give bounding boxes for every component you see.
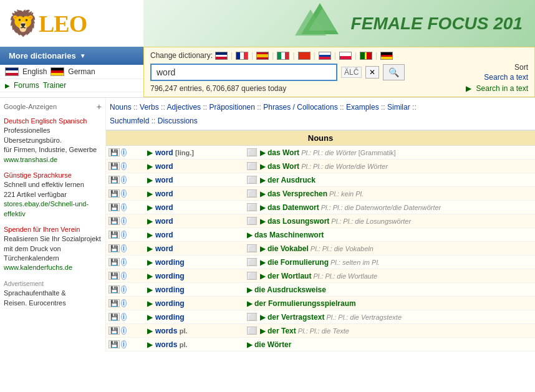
info-icon[interactable]: i [121, 340, 127, 348]
info-icon[interactable]: i [121, 244, 127, 252]
tab-phrases[interactable]: Phrases / Collocations [263, 103, 337, 112]
play-en-icon[interactable]: ▶ [147, 299, 153, 308]
info-icon[interactable]: i [121, 231, 127, 239]
tab-adjectives[interactable]: Adjectives [166, 103, 201, 112]
save-icon[interactable]: 💾 [108, 327, 120, 335]
play-en-icon[interactable]: ▶ [147, 340, 153, 349]
clear-input-button[interactable]: ✕ [365, 66, 379, 79]
play-de-icon[interactable]: ▶ [260, 217, 266, 226]
copy-icon[interactable]: ⬜ [247, 258, 257, 266]
ad3-link[interactable]: Spenden für Ihren Verein [4, 226, 80, 233]
search-a-text-link[interactable]: Search a text [484, 73, 528, 82]
more-dictionaries-button[interactable]: More dictionaries ▼ [0, 47, 143, 65]
tab-discussions[interactable]: Discussions [158, 117, 198, 125]
info-icon[interactable]: i [121, 162, 127, 170]
play-de-icon[interactable]: ▶ [260, 244, 266, 253]
play-de-icon[interactable]: ▶ [247, 285, 253, 294]
play-en-icon[interactable]: ▶ [147, 176, 153, 184]
tab-similar[interactable]: Similar [387, 103, 410, 112]
copy-icon[interactable]: ⬜ [247, 162, 257, 170]
play-de-icon[interactable]: ▶ [260, 162, 266, 171]
ad2-url[interactable]: stores.ebay.de/Schnell-und-effektiv [4, 200, 89, 217]
copy-icon[interactable]: ⬜ [247, 176, 257, 184]
copy-icon[interactable]: ⬜ [247, 244, 257, 252]
copy-icon[interactable]: ⬜ [247, 313, 257, 321]
copy-icon[interactable]: ⬜ [247, 217, 257, 225]
info-icon[interactable]: i [121, 189, 127, 198]
search-input[interactable] [150, 64, 337, 81]
play-de-icon[interactable]: ▶ [260, 327, 266, 335]
play-en-icon[interactable]: ▶ [147, 231, 153, 239]
play-en-icon[interactable]: ▶ [147, 258, 153, 267]
play-en-icon[interactable]: ▶ [147, 162, 153, 171]
ad1-url[interactable]: www.transhasi.de [4, 156, 57, 163]
sort-link[interactable]: Sort [514, 63, 528, 72]
save-icon[interactable]: 💾 [108, 285, 120, 294]
play-de-icon[interactable]: ▶ [247, 299, 253, 308]
info-icon[interactable]: i [121, 217, 127, 225]
copy-icon[interactable]: ⬜ [247, 148, 257, 156]
ad3-url[interactable]: www.kalenderfuchs.de [4, 264, 72, 271]
info-icon[interactable]: i [121, 299, 127, 307]
advertisement-label: Advertisement [4, 280, 44, 287]
copy-icon[interactable]: ⬜ [247, 327, 257, 335]
save-icon[interactable]: 💾 [108, 217, 120, 225]
play-de-icon[interactable]: ▶ [260, 313, 266, 322]
info-icon[interactable]: i [121, 327, 127, 335]
play-de-icon[interactable]: ▶ [260, 272, 266, 280]
info-icon[interactable]: i [121, 313, 127, 321]
add-icon[interactable]: + [97, 102, 102, 112]
save-icon[interactable]: 💾 [108, 244, 120, 252]
play-en-icon[interactable]: ▶ [147, 272, 153, 280]
save-icon[interactable]: 💾 [108, 148, 120, 156]
info-icon[interactable]: i [121, 285, 127, 294]
save-icon[interactable]: 💾 [108, 176, 120, 184]
save-icon[interactable]: 💾 [108, 203, 120, 211]
info-icon[interactable]: i [121, 203, 127, 211]
play-en-icon[interactable]: ▶ [147, 217, 153, 226]
copy-icon[interactable]: ⬜ [247, 189, 257, 198]
ad2-link[interactable]: Günstige Sprachkurse [4, 171, 72, 179]
copy-icon[interactable]: ⬜ [247, 203, 257, 211]
play-de-icon[interactable]: ▶ [260, 148, 266, 157]
play-de-icon[interactable]: ▶ [247, 231, 253, 239]
save-icon[interactable]: 💾 [108, 272, 120, 280]
german-link[interactable]: German [68, 67, 95, 76]
tab-nouns[interactable]: Nouns [110, 103, 132, 112]
save-icon[interactable]: 💾 [108, 189, 120, 198]
play-de-icon[interactable]: ▶ [260, 203, 266, 212]
tab-praepositionen[interactable]: Präpositionen [209, 103, 254, 112]
play-en-icon[interactable]: ▶ [147, 148, 153, 157]
save-icon[interactable]: 💾 [108, 340, 120, 348]
forums-link[interactable]: Forums [14, 81, 39, 90]
tab-suchumfeld[interactable]: Suchumfeld [110, 117, 149, 125]
tab-examples[interactable]: Examples [346, 103, 379, 112]
copy-icon[interactable]: ⬜ [247, 272, 257, 280]
play-de-icon[interactable]: ▶ [260, 258, 266, 267]
info-icon[interactable]: i [121, 148, 127, 156]
info-icon[interactable]: i [121, 258, 127, 266]
english-link[interactable]: English [22, 67, 47, 76]
play-en-icon[interactable]: ▶ [147, 189, 153, 198]
trainer-link[interactable]: Trainer [43, 81, 67, 90]
save-icon[interactable]: 💾 [108, 162, 120, 170]
play-en-icon[interactable]: ▶ [147, 203, 153, 212]
play-en-icon[interactable]: ▶ [147, 327, 153, 335]
play-de-icon[interactable]: ▶ [260, 176, 266, 184]
tab-verbs[interactable]: Verbs [140, 103, 159, 112]
search-in-text-link[interactable]: Search in a text [476, 84, 528, 93]
pipe5: | [314, 51, 316, 60]
play-de-icon[interactable]: ▶ [247, 340, 253, 349]
info-icon[interactable]: i [121, 272, 127, 280]
play-en-icon[interactable]: ▶ [147, 244, 153, 253]
save-icon[interactable]: 💾 [108, 231, 120, 239]
info-icon[interactable]: i [121, 176, 127, 184]
search-button[interactable]: 🔍 [383, 64, 405, 80]
ad1-link[interactable]: Deutsch Englisch Spanisch [4, 117, 87, 125]
save-icon[interactable]: 💾 [108, 299, 120, 307]
play-en-icon[interactable]: ▶ [147, 313, 153, 322]
save-icon[interactable]: 💾 [108, 258, 120, 266]
play-de-icon[interactable]: ▶ [260, 189, 266, 198]
play-en-icon[interactable]: ▶ [147, 285, 153, 294]
save-icon[interactable]: 💾 [108, 313, 120, 321]
